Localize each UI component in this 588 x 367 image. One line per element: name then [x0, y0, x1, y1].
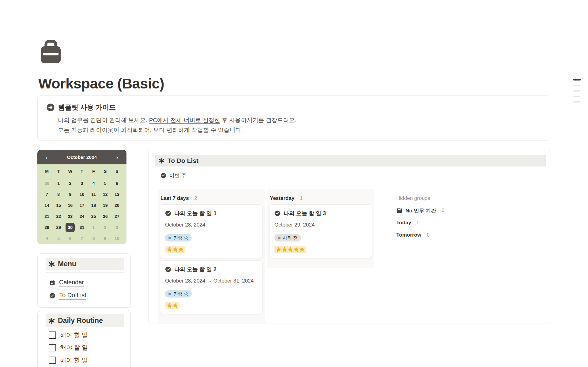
- calendar-date-cell[interactable]: 3: [76, 178, 88, 189]
- star-icon: [172, 247, 178, 252]
- calendar-date-cell[interactable]: 1: [53, 178, 64, 189]
- calendar-date-cell[interactable]: 14: [41, 200, 53, 211]
- toc-line[interactable]: [573, 85, 580, 86]
- column-count: 2: [194, 196, 197, 201]
- calendar-date-cell[interactable]: 1: [88, 222, 100, 233]
- calendar-date-cell[interactable]: 9: [100, 233, 111, 244]
- calendar-date-cell[interactable]: 11: [88, 189, 100, 200]
- hidden-group-count: 0: [427, 232, 430, 238]
- calendar-date-cell[interactable]: 18: [88, 200, 100, 211]
- todo-item[interactable]: 해야 할 일: [49, 341, 130, 354]
- calendar-date: 10: [112, 234, 122, 243]
- daily-routine-title: Daily Routine: [58, 316, 103, 325]
- calendar-date-cell[interactable]: 7: [41, 189, 53, 200]
- calendar-date-cell[interactable]: 5: [100, 178, 111, 189]
- checkbox-icon[interactable]: [49, 344, 56, 351]
- checkbox-icon[interactable]: [49, 331, 56, 339]
- calendar-date-cell[interactable]: 16: [64, 200, 76, 211]
- calendar-date-cell[interactable]: 30: [41, 178, 53, 189]
- view-tab-this-week[interactable]: 이번 주: [160, 171, 187, 180]
- calendar-date-cell[interactable]: 10: [111, 233, 123, 244]
- calendar-date-cell[interactable]: 29: [53, 222, 64, 233]
- calendar-date: 9: [101, 234, 110, 243]
- calendar-date-cell[interactable]: 15: [53, 200, 64, 211]
- task-card[interactable]: 나의 오늘 할 일 1October 28, 2024진행 중: [160, 204, 263, 258]
- calendar-date-cell[interactable]: 24: [76, 211, 88, 222]
- card-title: 나의 오늘 할 일 1: [174, 210, 217, 217]
- calendar-date-cell[interactable]: 27: [111, 211, 123, 222]
- calendar-date-cell[interactable]: 20: [111, 200, 123, 211]
- column-name: Last 7 days: [160, 195, 189, 201]
- calendar-date-cell[interactable]: 2: [64, 178, 76, 189]
- calendar-date-cell[interactable]: 28: [41, 222, 53, 233]
- calendar-date-cell[interactable]: 30: [64, 222, 76, 233]
- calendar-prev-icon[interactable]: ‹: [43, 154, 50, 160]
- calendar-body: MTWTFSS 30123456789101112131415161718192…: [37, 164, 126, 244]
- hidden-group-item[interactable]: Tomorrow0: [396, 229, 491, 241]
- calendar-date-cell[interactable]: 6: [64, 233, 76, 244]
- task-card[interactable]: 나의 오늘 할 일 3October 29, 2024시작 전: [269, 204, 372, 258]
- calendar-date-cell[interactable]: 2: [100, 222, 111, 233]
- calendar-date: 13: [112, 190, 122, 199]
- todo-item[interactable]: 해야 할 일: [49, 329, 130, 341]
- toc-line[interactable]: [573, 101, 580, 103]
- calendar-date-cell[interactable]: 17: [76, 200, 88, 211]
- task-card[interactable]: 나의 오늘 할 일 2October 28, 2024 → October 31…: [160, 260, 263, 314]
- calendar-date-cell[interactable]: 4: [88, 178, 100, 189]
- calendar-date: 22: [54, 212, 63, 221]
- calendar-date-cell[interactable]: 3: [111, 222, 123, 233]
- calendar-date: 7: [42, 190, 51, 199]
- calendar-date-cell[interactable]: 26: [100, 211, 111, 222]
- hidden-group-item[interactable]: Today0: [396, 217, 491, 229]
- calendar-date: 8: [89, 234, 98, 243]
- calendar-date-cell[interactable]: 5: [53, 233, 64, 244]
- calendar-date: 2: [66, 179, 75, 188]
- calendar-date-cell[interactable]: 4: [41, 233, 53, 244]
- checkbox-icon[interactable]: [49, 357, 56, 364]
- calendar-day-header: T: [76, 166, 88, 177]
- calendar-date-cell[interactable]: 31: [76, 222, 88, 233]
- callout-line-2: 모든 기능과 레이아웃이 최적화되어, 보다 편리하게 작업할 수 있습니다.: [58, 125, 296, 135]
- star-rating: [165, 302, 179, 309]
- toc-line[interactable]: [573, 90, 580, 92]
- calendar-date: 4: [42, 234, 51, 243]
- calendar-date: 5: [101, 179, 110, 188]
- calendar-date-cell[interactable]: 8: [88, 233, 100, 244]
- full-width-setting-link[interactable]: PC에서 전체 너비로 설정한: [149, 117, 220, 123]
- calendar-date: 23: [66, 212, 75, 221]
- briefcase-icon[interactable]: [41, 40, 61, 64]
- menu-item-to-do-list[interactable]: To Do List: [49, 289, 130, 302]
- calendar-day-header: M: [41, 166, 53, 177]
- calendar-date-cell[interactable]: 8: [53, 189, 64, 200]
- star-icon: [288, 247, 293, 252]
- callout-title: 템플릿 사용 가이드: [58, 103, 116, 112]
- todo-item[interactable]: 해야 할 일: [49, 354, 130, 366]
- hidden-group-item[interactable]: No 업무 기간0: [396, 204, 491, 217]
- board-column: Last 7 days2나의 오늘 할 일 1October 28, 2024진…: [158, 189, 265, 324]
- calendar-date-cell[interactable]: 10: [76, 189, 88, 200]
- calendar-date-cell[interactable]: 22: [53, 211, 64, 222]
- calendar-date-cell[interactable]: 13: [111, 189, 123, 200]
- toc-line[interactable]: [573, 96, 580, 97]
- calendar-date-cell[interactable]: 6: [111, 178, 123, 189]
- card-title-row: 나의 오늘 할 일 2: [165, 266, 258, 273]
- toc-line[interactable]: [573, 79, 581, 81]
- check-circle-icon: [274, 210, 281, 216]
- calendar-date-cell[interactable]: 25: [88, 211, 100, 222]
- star-icon: [282, 247, 287, 252]
- calendar-date: 3: [112, 223, 122, 232]
- calendar-date-cell[interactable]: 21: [41, 211, 53, 222]
- calendar-date-cell[interactable]: 9: [64, 189, 76, 200]
- calendar-date-cell[interactable]: 12: [100, 189, 111, 200]
- calendar-date-cell[interactable]: 23: [64, 211, 76, 222]
- calendar-date-cell[interactable]: 19: [100, 200, 111, 211]
- page-title[interactable]: Workspace (Basic): [38, 75, 164, 92]
- divider: [46, 272, 124, 273]
- calendar-date: 10: [77, 190, 86, 199]
- star-icon: [167, 247, 172, 252]
- menu-item-calendar[interactable]: Calendar: [49, 276, 130, 289]
- calendar-next-icon[interactable]: ›: [114, 154, 120, 160]
- calendar-date-cell[interactable]: 7: [76, 233, 88, 244]
- arrow-right-circle-icon: [46, 103, 55, 112]
- todo-label: 해야 할 일: [60, 343, 88, 352]
